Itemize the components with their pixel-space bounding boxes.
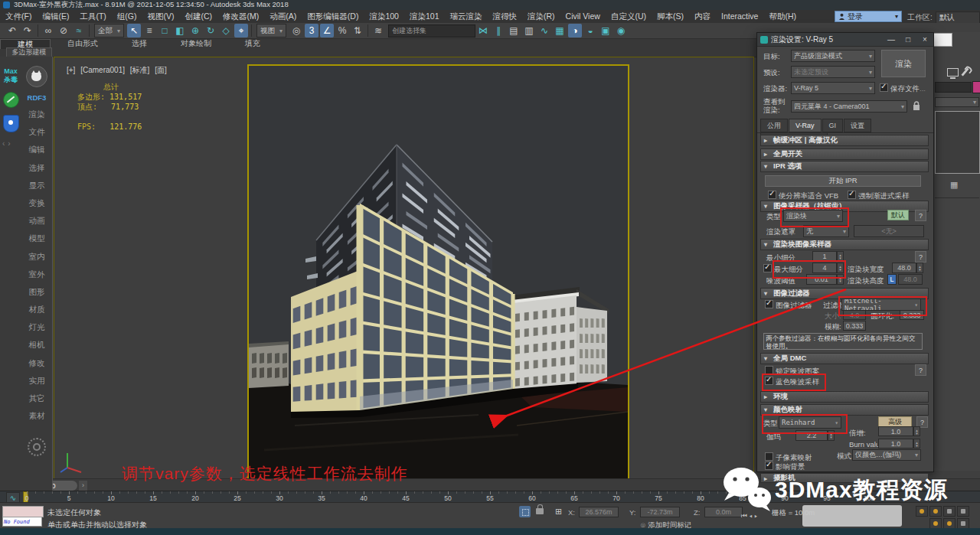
modifier-stack-list[interactable] [935, 111, 980, 174]
advanced-button[interactable]: 高级 [878, 416, 912, 427]
save-file-browse[interactable]: ... [920, 84, 926, 93]
maxscript-listener-white[interactable]: No Found Plug [2, 517, 42, 527]
sidebar-item-变换[interactable]: 变换 [21, 194, 52, 212]
select-and-link-icon[interactable]: ∞ [41, 24, 55, 38]
sidebar-item-室外[interactable]: 室外 [21, 266, 52, 283]
fit-resolution-vfb-checkbox[interactable] [768, 191, 776, 199]
lock-noise-pattern-checkbox[interactable] [765, 366, 773, 374]
spinner-snap-icon[interactable]: ⇅ [351, 24, 364, 38]
vray-tab-设置[interactable]: 设置 [844, 119, 871, 132]
menu-item-工具(T)[interactable]: 工具(T) [74, 10, 111, 23]
schematic-view-icon[interactable]: ▦ [553, 24, 567, 38]
undo-icon[interactable]: ↶ [5, 24, 19, 38]
isolate-selection-icon[interactable] [519, 506, 531, 517]
rollout-global-switches[interactable]: 全局开关 [760, 148, 929, 160]
menu-item-帮助(H)[interactable]: 帮助(H) [763, 10, 802, 23]
maximize-viewport-icon[interactable] [957, 518, 969, 529]
max-subdivs-spinner[interactable] [837, 263, 844, 273]
view-to-render-dropdown[interactable]: 四元菜单 4 - Camera001 [791, 100, 907, 113]
save-file-checkbox[interactable] [880, 83, 888, 92]
shield-icon[interactable] [3, 115, 19, 132]
object-name-field[interactable] [935, 82, 972, 93]
material-editor-icon[interactable]: ◑ [568, 24, 582, 38]
bucket-width-field[interactable]: 48.0 [892, 263, 916, 273]
sidebar-item-实用[interactable]: 实用 [21, 372, 52, 390]
bind-to-space-warp-icon[interactable]: ≈ [72, 24, 86, 38]
auto-key-icon[interactable] [929, 518, 942, 529]
gamma-spinner[interactable] [828, 430, 835, 441]
selection-lock-icon[interactable] [536, 508, 544, 514]
sidebar-item-灯光[interactable]: 灯光 [21, 318, 52, 336]
mirror-icon[interactable]: ⋈ [476, 24, 490, 38]
menu-item-渲染101[interactable]: 渲染101 [404, 10, 445, 23]
start-ipr-button[interactable]: 开始 IPR [765, 175, 921, 187]
menu-item-文件(F)[interactable]: 文件(F) [0, 10, 37, 23]
help-button[interactable]: ? [915, 364, 926, 376]
graphite-toggle-icon[interactable]: ▥ [522, 24, 536, 38]
select-and-scale-icon[interactable]: ◇ [219, 24, 233, 38]
plugin-logo-icon[interactable] [26, 66, 47, 87]
burn-value-spinner[interactable] [913, 439, 920, 449]
min-subdivs-field[interactable]: 1 [812, 251, 837, 262]
menu-item-瑞云渲染[interactable]: 瑞云渲染 [444, 10, 487, 23]
render-setup-icon[interactable]: ◒ [583, 24, 597, 38]
rollout-global-dmc[interactable]: 全局 DMC [760, 353, 929, 364]
max-subdivs-field[interactable]: 4 [812, 263, 837, 273]
menu-item-自定义(U)[interactable]: 自定义(U) [606, 10, 652, 23]
sidebar-item-图形[interactable]: 图形 [21, 283, 52, 301]
image-filter-checkbox[interactable] [765, 300, 773, 308]
max-subdivs-checkbox[interactable] [763, 264, 772, 272]
vray-tab-V-Ray[interactable]: V-Ray [789, 119, 822, 132]
rollout-environment[interactable]: 环境 [760, 391, 929, 403]
viewport[interactable]: [+] [Camera001] [标准] [面] 总计 多边形: 131,517… [54, 57, 754, 491]
menu-item-渲染100[interactable]: 渲染100 [364, 10, 404, 23]
snaps-toggle-icon[interactable]: 3 [305, 24, 318, 38]
menu-item-视图(V)[interactable]: 视图(V) [142, 10, 180, 23]
use-pivot-center-icon[interactable]: ◎ [289, 24, 303, 38]
viewport-menu-shading[interactable]: [标准] [130, 66, 150, 74]
lock-view-icon[interactable] [913, 101, 920, 111]
antivirus-badge[interactable]: Max 杀毒 [1, 67, 21, 84]
sidebar-item-修改[interactable]: 修改 [21, 354, 52, 372]
renderer-dropdown[interactable]: V-Ray 5 [791, 82, 875, 94]
rollout-frame-buffer[interactable]: 帧缓冲区 | 高傲汉化 [760, 135, 929, 146]
workspace-selector[interactable]: 工作区: 默认 [907, 11, 980, 24]
sidebar-item-其它[interactable]: 其它 [21, 390, 52, 407]
reference-coordinate-dropdown[interactable]: 视图 [256, 24, 286, 38]
help-button[interactable]: ? [915, 210, 926, 221]
sidebar-item-渲染[interactable]: 渲染 [21, 106, 52, 123]
unlink-selection-icon[interactable]: ⊘ [57, 24, 70, 38]
percent-snap-icon[interactable]: % [335, 24, 349, 38]
menu-item-创建(C)[interactable]: 创建(C) [180, 10, 218, 23]
render-mask-dropdown[interactable]: 无 [803, 225, 849, 237]
sidebar-item-素材[interactable]: 素材 [21, 407, 52, 425]
absolute-mode-icon[interactable]: ⊞ [553, 506, 564, 517]
maxscript-listener-pink[interactable] [2, 506, 44, 517]
mode-dropdown[interactable]: 仅颜色…(伽玛) [852, 449, 921, 461]
dialog-title-bar[interactable]: 渲染设置: V-Ray 5 — □ × [757, 33, 933, 47]
sidebar-item-动画[interactable]: 动画 [21, 212, 52, 230]
scroll-arrows-icon[interactable]: ‹› [2, 139, 14, 148]
menu-item-Civil View[interactable]: Civil View [560, 10, 606, 23]
menu-item-动画(A)[interactable]: 动画(A) [264, 10, 302, 23]
blur-field[interactable]: 0.333 [843, 321, 866, 331]
bucket-height-field[interactable]: 48.0 [898, 274, 923, 285]
sidebar-item-选择[interactable]: 选择 [21, 159, 52, 177]
close-button[interactable]: × [916, 34, 933, 46]
preset-dropdown[interactable]: 未选定预设 [791, 66, 875, 78]
antivirus-clean-icon[interactable] [3, 92, 19, 108]
default-button[interactable]: 默认 [887, 210, 909, 220]
window-crossing-icon[interactable]: ◧ [173, 24, 187, 38]
sidebar-item-显示[interactable]: 显示 [21, 177, 52, 194]
redo-icon[interactable]: ↷ [21, 24, 34, 38]
sampler-type-dropdown[interactable]: 渲染块 [783, 210, 843, 222]
selection-filter-dropdown[interactable]: 全部 [94, 24, 124, 38]
rollout-bucket-sampler[interactable]: 渲染块图像采样器 [760, 239, 929, 250]
menu-item-Interactive[interactable]: Interactive [716, 10, 763, 23]
gear-icon[interactable] [28, 438, 46, 456]
render-settings-dialog[interactable]: 渲染设置: V-Ray 5 — □ × 目标: 产品级渲染模式 渲染 预设: 未… [756, 32, 934, 472]
menu-item-渲染(R)[interactable]: 渲染(R) [522, 10, 560, 23]
bucket-width-spinner[interactable] [916, 263, 923, 273]
burn-value-field[interactable]: 1.0 [878, 439, 913, 449]
bucket-height-lock[interactable]: L [887, 274, 897, 285]
